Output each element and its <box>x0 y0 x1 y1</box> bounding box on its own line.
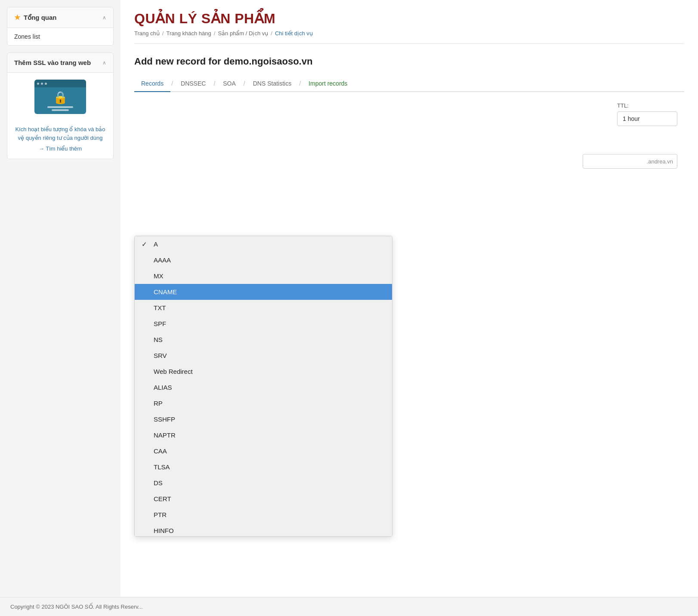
tab-sep-3: / <box>243 80 246 87</box>
dropdown-item-aaaa[interactable]: AAAA <box>135 252 392 268</box>
ttl-input[interactable] <box>617 111 677 126</box>
breadcrumb: Trang chủ / Trang khách hàng / Sản phẩm … <box>134 30 684 44</box>
tab-import-records[interactable]: Import records <box>302 76 354 92</box>
tab-soa[interactable]: SOA <box>216 76 243 92</box>
dropdown-item-cname[interactable]: CNAME <box>135 284 392 300</box>
dropdown-item-alias[interactable]: ALIAS <box>135 379 392 395</box>
tab-records[interactable]: Records <box>134 76 170 92</box>
dropdown-item-ptr[interactable]: PTR <box>135 507 392 523</box>
sidebar-tongtquan-header[interactable]: ★ Tổng quan ∧ <box>7 7 113 28</box>
breadcrumb-sep-1: / <box>162 30 164 37</box>
ssl-illustration: 🔒 <box>34 80 86 118</box>
sidebar-item-zones-list[interactable]: Zones list <box>7 28 113 45</box>
footer: Copyright © 2023 NGÔI SAO SỐ. All Rights… <box>0 597 698 616</box>
ssl-lines-graphic <box>47 106 73 111</box>
breadcrumb-chi-tiet: Chi tiết dịch vụ <box>275 30 313 37</box>
ssl-description: Kích hoạt biểu tượng ổ khóa và bảo vệ qu… <box>7 125 113 145</box>
ssl-learn-more-link[interactable]: → Tìm hiểu thêm <box>39 145 82 159</box>
ssl-dot-1 <box>37 83 39 85</box>
main-content: QUẢN LÝ SẢN PHẨM Trang chủ / Trang khách… <box>120 0 698 616</box>
ssl-browser-content: 🔒 <box>34 87 86 114</box>
breadcrumb-trang-chu[interactable]: Trang chủ <box>134 30 160 37</box>
tab-sep-1: / <box>170 80 174 87</box>
lock-icon: 🔒 <box>53 90 68 105</box>
dropdown-item-spf[interactable]: SPF <box>135 316 392 332</box>
dropdown-item-hinfo[interactable]: HINFO <box>135 523 392 537</box>
dropdown-item-mx[interactable]: MX <box>135 268 392 284</box>
sidebar-ssl-title-group: Thêm SSL vào trang web <box>14 59 91 66</box>
ssl-browser-bar <box>34 80 86 87</box>
ssl-line-2 <box>52 109 69 111</box>
chevron-up-icon: ∧ <box>102 15 106 21</box>
ssl-dot-3 <box>45 83 47 85</box>
sidebar-section-tongtquan: ★ Tổng quan ∧ Zones list <box>7 7 114 46</box>
dropdown-item-srv[interactable]: SRV <box>135 348 392 363</box>
record-form-area: TTL: .andrea.vn AAAAAMXCNAMETXTSPFNSSRVW… <box>134 102 684 447</box>
tab-dnssec[interactable]: DNSSEC <box>174 76 213 92</box>
ttl-group: TTL: <box>617 102 677 126</box>
sidebar-tongtquan-label: Tổng quan <box>24 14 57 22</box>
breadcrumb-sep-2: / <box>214 30 216 37</box>
page-title: QUẢN LÝ SẢN PHẨM <box>134 10 684 27</box>
ttl-label: TTL: <box>617 102 677 109</box>
tab-sep-4: / <box>298 80 302 87</box>
dropdown-item-caa[interactable]: CAA <box>135 443 392 459</box>
dropdown-item-web-redirect[interactable]: Web Redirect <box>135 363 392 379</box>
sidebar: ★ Tổng quan ∧ Zones list Thêm SSL vào tr… <box>0 0 120 616</box>
dropdown-item-ds[interactable]: DS <box>135 475 392 491</box>
tab-dns-statistics[interactable]: DNS Statistics <box>246 76 298 92</box>
dropdown-item-naptr[interactable]: NAPTR <box>135 427 392 443</box>
sidebar-ssl-header[interactable]: Thêm SSL vào trang web ∧ <box>7 53 113 73</box>
dropdown-item-rp[interactable]: RP <box>135 395 392 411</box>
record-form-title: Add new record for demo.ngoisaoso.vn <box>134 56 684 67</box>
dropdown-item-txt[interactable]: TXT <box>135 300 392 316</box>
ssl-line-1 <box>47 106 73 108</box>
dropdown-list[interactable]: AAAAAMXCNAMETXTSPFNSSRVWeb RedirectALIAS… <box>134 236 392 537</box>
sidebar-ssl-label: Thêm SSL vào trang web <box>14 59 91 66</box>
dropdown-item-sshfp[interactable]: SSHFP <box>135 411 392 427</box>
footer-copyright: Copyright © 2023 NGÔI SAO SỐ. All Rights… <box>10 604 143 610</box>
star-icon: ★ <box>14 13 20 22</box>
dropdown-item-tlsa[interactable]: TLSA <box>135 459 392 475</box>
target-input[interactable] <box>583 154 677 169</box>
ssl-chevron-up-icon: ∧ <box>102 60 106 66</box>
dropdown-item-a[interactable]: A <box>135 236 392 252</box>
tab-sep-2: / <box>213 80 216 87</box>
target-field-group: .andrea.vn <box>583 154 677 169</box>
ssl-dot-2 <box>41 83 43 85</box>
sidebar-section-ssl: Thêm SSL vào trang web ∧ 🔒 <box>7 52 114 159</box>
sidebar-tongtquan-title-group: ★ Tổng quan <box>14 13 57 22</box>
ssl-browser-graphic: 🔒 <box>34 80 86 114</box>
dropdown-item-cert[interactable]: CERT <box>135 491 392 507</box>
tabs-bar: Records / DNSSEC / SOA / DNS Statistics … <box>134 76 684 92</box>
breadcrumb-san-pham[interactable]: Sản phẩm / Dịch vụ <box>218 30 268 37</box>
breadcrumb-trang-khach-hang[interactable]: Trang khách hàng <box>166 30 211 37</box>
record-type-dropdown[interactable]: AAAAAMXCNAMETXTSPFNSSRVWeb RedirectALIAS… <box>134 236 392 537</box>
dropdown-item-ns[interactable]: NS <box>135 332 392 348</box>
breadcrumb-sep-3: / <box>271 30 272 37</box>
